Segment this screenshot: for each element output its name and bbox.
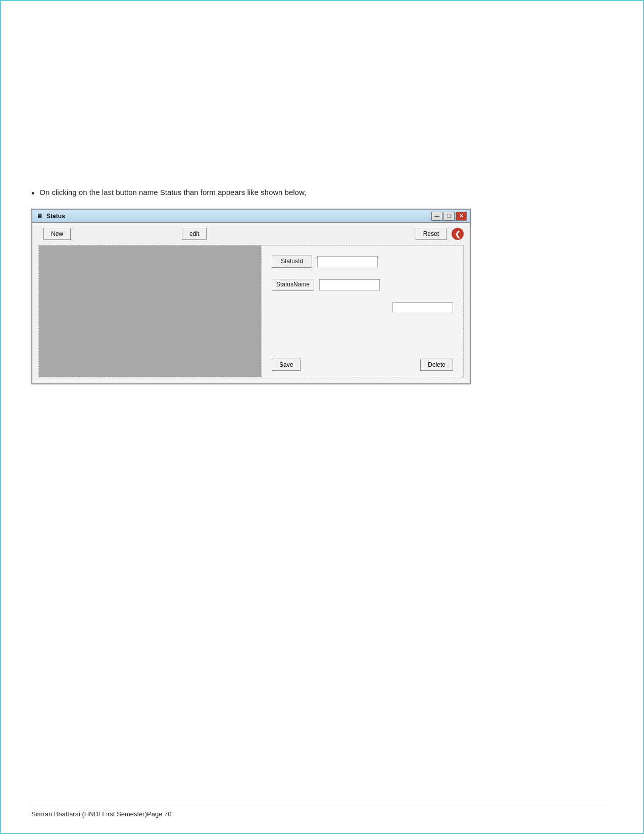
status-name-label: StatusName xyxy=(272,279,314,291)
main-content: StatusId StatusName Save Delete xyxy=(38,245,464,377)
edit-button[interactable]: edit xyxy=(182,228,207,240)
reset-button[interactable]: Reset xyxy=(416,228,447,240)
back-button[interactable]: ❮ xyxy=(452,228,464,240)
page-footer: Simran Bhattarai (HND/ First Semester)Pa… xyxy=(31,806,613,818)
status-name-input[interactable] xyxy=(319,279,380,290)
right-panel: StatusId StatusName Save Delete xyxy=(261,246,463,377)
window-title-left: 🖥 Status xyxy=(35,212,65,220)
save-button[interactable]: Save xyxy=(272,359,301,371)
close-button[interactable]: ✕ xyxy=(456,212,467,221)
status-window: 🖥 Status — ❑ ✕ New edit Reset ❮ xyxy=(31,209,471,384)
window-controls: — ❑ ✕ xyxy=(431,212,467,221)
window-body: New edit Reset ❮ StatusId StatusNam xyxy=(32,223,470,383)
left-panel xyxy=(39,246,261,377)
status-name-row: StatusName xyxy=(272,279,453,291)
delete-button[interactable]: Delete xyxy=(420,359,453,371)
bullet-dot: • xyxy=(31,188,34,200)
window-titlebar: 🖥 Status — ❑ ✕ xyxy=(32,210,470,223)
extra-input[interactable] xyxy=(392,302,453,313)
bottom-btn-row: Save Delete xyxy=(272,354,453,371)
status-id-row: StatusId xyxy=(272,256,453,268)
status-id-input[interactable] xyxy=(317,256,378,267)
footer-text: Simran Bhattarai (HND/ First Semester)Pa… xyxy=(31,810,171,818)
bullet-text: On clicking on the last button name Stat… xyxy=(39,188,306,197)
status-id-label: StatusId xyxy=(272,256,312,268)
window-icon: 🖥 xyxy=(35,212,43,220)
new-button[interactable]: New xyxy=(43,228,71,240)
bullet-section: • On clicking on the last button name St… xyxy=(31,188,613,200)
toolbar-row: New edit Reset ❮ xyxy=(38,228,464,240)
restore-button[interactable]: ❑ xyxy=(443,212,455,221)
bullet-item: • On clicking on the last button name St… xyxy=(31,188,613,200)
window-title: Status xyxy=(46,213,65,220)
page: • On clicking on the last button name St… xyxy=(0,0,644,834)
minimize-button[interactable]: — xyxy=(431,212,442,221)
extra-input-row xyxy=(272,302,453,313)
